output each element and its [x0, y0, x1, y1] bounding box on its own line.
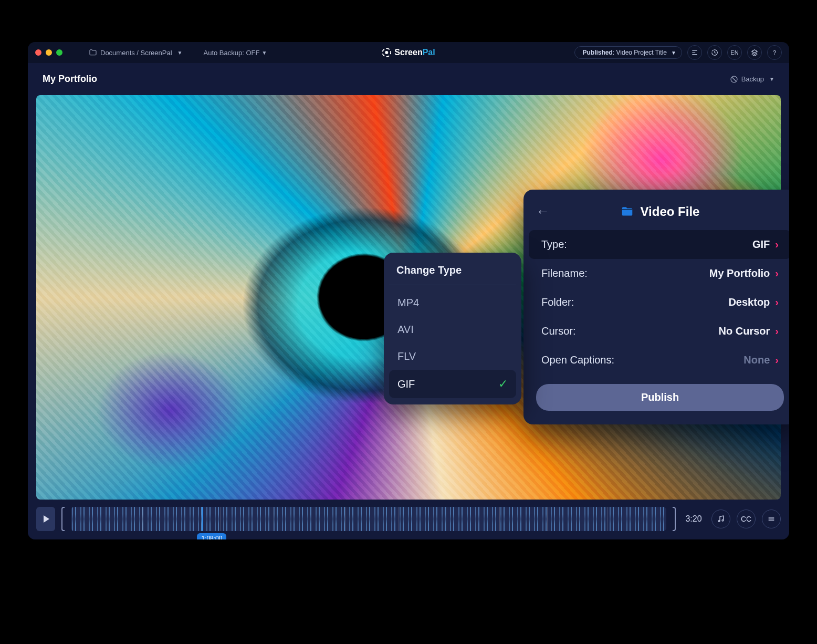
auto-backup-label: Auto Backup:: [203, 49, 244, 57]
row-folder-value: Desktop: [728, 296, 770, 308]
captions-button[interactable]: CC: [737, 510, 756, 528]
row-filename[interactable]: Filename: My Portfolio›: [529, 259, 789, 288]
row-cursor-value: No Cursor: [719, 325, 770, 337]
row-type-label: Type:: [541, 238, 567, 251]
language-button[interactable]: EN: [727, 45, 742, 60]
music-button[interactable]: [711, 510, 730, 528]
header-right: Published: Video Project Title ▼ EN ?: [574, 45, 782, 60]
auto-backup-value: OFF: [246, 49, 259, 57]
trim-end-handle[interactable]: [673, 507, 676, 531]
type-option-label: AVI: [397, 324, 414, 336]
layers-button[interactable]: [747, 45, 762, 60]
menu-icon: [767, 515, 776, 523]
backup-menu[interactable]: Backup ▼: [730, 75, 774, 84]
type-option-label: GIF: [397, 378, 415, 390]
row-type[interactable]: Type: GIF›: [529, 230, 789, 259]
duration-label: 3:20: [682, 514, 705, 524]
auto-backup-toggle[interactable]: Auto Backup: OFF ▼: [203, 49, 267, 57]
window-controls: [35, 49, 62, 56]
back-button[interactable]: ←: [536, 203, 550, 220]
list-icon: [691, 49, 698, 56]
help-icon: ?: [773, 49, 776, 56]
help-button[interactable]: ?: [767, 45, 782, 60]
chevron-down-icon: ▼: [769, 76, 774, 82]
app-brand: ScreenPal: [382, 48, 435, 57]
content-area: My Portfolio Backup ▼ Change Type MP4AVI…: [28, 63, 789, 539]
publish-button[interactable]: Publish: [536, 384, 784, 411]
title-bar: Documents / ScreenPal ▼ Auto Backup: OFF…: [28, 42, 789, 63]
brand-logo-icon: [382, 48, 391, 57]
canvas-area: Change Type MP4AVIFLVGIF✓ ← Video File: [36, 95, 781, 500]
folder-icon: [89, 48, 97, 57]
row-captions-label: Open Captions:: [541, 354, 614, 366]
publish-status-title: Video Project Title: [616, 49, 667, 56]
publish-status-dropdown[interactable]: Published: Video Project Title ▼: [574, 46, 682, 59]
breadcrumb[interactable]: Documents / ScreenPal ▼: [89, 48, 182, 57]
timeline-track[interactable]: [71, 507, 666, 531]
chevron-right-icon: ›: [775, 296, 779, 308]
svg-point-1: [718, 521, 720, 522]
close-window-button[interactable]: [35, 49, 41, 56]
history-button[interactable]: [707, 45, 722, 60]
row-cursor[interactable]: Cursor: No Cursor›: [529, 317, 789, 346]
maximize-window-button[interactable]: [56, 49, 62, 56]
check-icon: ✓: [498, 377, 508, 391]
playhead[interactable]: [202, 507, 203, 531]
type-option-label: FLV: [397, 350, 416, 362]
music-icon: [717, 515, 725, 523]
publish-status-prefix: Published: [582, 49, 612, 56]
minimize-window-button[interactable]: [46, 49, 52, 56]
play-icon: [44, 515, 49, 523]
chevron-down-icon: ▼: [177, 50, 183, 56]
type-option-mp4[interactable]: MP4: [389, 289, 516, 316]
row-type-value: GIF: [752, 238, 770, 251]
no-backup-icon: [730, 75, 738, 84]
chevron-right-icon: ›: [775, 325, 779, 337]
row-captions[interactable]: Open Captions: None›: [529, 346, 789, 375]
change-type-title: Change Type: [389, 264, 516, 285]
timeline-row: 1:08:00 3:20 CC: [36, 507, 781, 531]
trim-start-handle[interactable]: [61, 507, 65, 531]
history-icon: [711, 49, 718, 56]
waveform: [71, 507, 666, 531]
cc-label: CC: [741, 515, 751, 523]
portfolio-header: My Portfolio Backup ▼: [28, 63, 789, 95]
play-button[interactable]: [36, 507, 55, 531]
backup-label: Backup: [741, 75, 764, 83]
svg-point-2: [722, 520, 724, 521]
row-folder-label: Folder:: [541, 296, 574, 308]
playhead-time-label: 1:08:00: [197, 533, 226, 539]
app-window: Documents / ScreenPal ▼ Auto Backup: OFF…: [28, 42, 789, 539]
folder-video-icon: [621, 205, 634, 219]
brand-name: ScreenPal: [394, 48, 435, 57]
type-option-label: MP4: [397, 297, 419, 309]
row-captions-value: None: [743, 354, 770, 366]
breadcrumb-path: Documents / ScreenPal: [100, 49, 172, 57]
page-title: My Portfolio: [43, 74, 97, 85]
row-cursor-label: Cursor:: [541, 325, 576, 337]
chevron-right-icon: ›: [775, 238, 779, 251]
row-filename-label: Filename:: [541, 267, 588, 279]
type-option-avi[interactable]: AVI: [389, 316, 516, 343]
row-filename-value: My Portfolio: [709, 267, 770, 279]
video-file-title: Video File: [641, 204, 700, 219]
change-type-popover: Change Type MP4AVIFLVGIF✓: [384, 253, 521, 404]
type-option-gif[interactable]: GIF✓: [389, 370, 516, 398]
playlist-button[interactable]: [687, 45, 702, 60]
row-folder[interactable]: Folder: Desktop›: [529, 288, 789, 317]
chevron-right-icon: ›: [775, 354, 779, 366]
chevron-down-icon: ▼: [671, 50, 676, 56]
video-file-panel: ← Video File Type: GIF› Filename:: [523, 190, 789, 424]
language-label: EN: [730, 49, 738, 56]
type-option-flv[interactable]: FLV: [389, 343, 516, 370]
layers-icon: [751, 49, 758, 56]
more-menu-button[interactable]: [762, 510, 781, 528]
chevron-down-icon: ▼: [261, 50, 267, 56]
chevron-right-icon: ›: [775, 267, 779, 279]
